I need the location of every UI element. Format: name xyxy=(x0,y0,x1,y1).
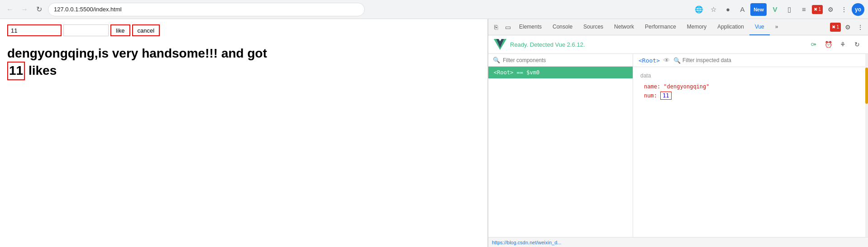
main-text-line1: dengyongqing,is very handsome!!! and got xyxy=(7,46,267,60)
console-error-badge: ✖ 1 xyxy=(830,23,841,32)
tab-application[interactable]: Application xyxy=(712,19,749,35)
prop-num-value-text: 11 xyxy=(663,92,669,99)
devtools-more-button[interactable]: ⋮ xyxy=(854,21,866,33)
translate2-button[interactable]: A xyxy=(736,3,749,16)
browser-chrome: ← → ↻ 127.0.0.1:5500/index.html 🌐 ☆ ● A … xyxy=(0,0,868,19)
prop-num-label: num: xyxy=(644,92,657,99)
scrollbar-thumb xyxy=(865,68,868,104)
browser-actions: 🌐 ☆ ● A New V ▯ ≡ ✖ 1 ⚙ ⋮ yo xyxy=(692,3,864,16)
root-component-item[interactable]: <Root> == $vm0 xyxy=(488,67,633,78)
hidden-input[interactable] xyxy=(63,24,109,36)
tab-more-label: » xyxy=(775,24,778,30)
component-tree: <Root> == $vm0 xyxy=(488,67,633,237)
main-display-text: dengyongqing,is very handsome!!! and got… xyxy=(7,45,480,80)
tab-performance-label: Performance xyxy=(645,24,676,30)
vue-header-actions: ⚩ ⏰ ⚘ ↻ xyxy=(808,39,863,50)
tab-application-label: Application xyxy=(717,24,744,30)
forward-button[interactable]: → xyxy=(18,3,31,16)
vue-performance-button[interactable]: ⚘ xyxy=(837,39,848,50)
filter-data-input[interactable] xyxy=(682,57,860,63)
error-badge: ✖ 1 xyxy=(812,5,823,14)
webpage-pane: like cancel dengyongqing,is very handsom… xyxy=(0,19,488,247)
status-url: https://blog.csdn.net/weixin_d... xyxy=(492,240,561,245)
vue-refresh-button[interactable]: ↻ xyxy=(852,39,863,50)
tab-sources[interactable]: Sources xyxy=(578,19,609,35)
tab-console[interactable]: Console xyxy=(547,19,578,35)
vue-panels: 🔍 <Root> == $vm0 <Root> xyxy=(488,54,868,237)
main-text-line2: likes xyxy=(29,63,57,77)
extension-wrap: New xyxy=(750,3,767,16)
data-prop-num: num: 11 xyxy=(640,91,858,101)
url-text: 127.0.0.1:5500/index.html xyxy=(54,6,122,13)
error-x-icon: ✖ xyxy=(832,24,835,29)
data-content: data name: "dengyongqing" num: 11 xyxy=(633,67,865,237)
components-search-input[interactable] xyxy=(503,57,628,63)
vue-logo-icon xyxy=(494,38,506,51)
settings-button[interactable]: ⚙ xyxy=(825,4,836,15)
tab-sources-label: Sources xyxy=(583,24,603,30)
filter-data-container: 🔍 xyxy=(673,57,860,64)
number-input[interactable] xyxy=(7,24,62,36)
translate-button[interactable]: 🌐 xyxy=(692,3,705,16)
data-panel: <Root> 👁 🔍 data name: "dengyongqin xyxy=(633,54,865,237)
tab-elements[interactable]: Elements xyxy=(514,19,547,35)
like-count-display: 11 xyxy=(7,62,25,80)
cancel-button[interactable]: cancel xyxy=(132,24,160,36)
tab-memory[interactable]: Memory xyxy=(682,19,712,35)
star-button[interactable]: ☆ xyxy=(707,3,720,16)
devtools-tabs: ⎘ ▭ Elements Console Sources Network Per… xyxy=(488,19,868,35)
devtools-settings-button[interactable]: ⚙ xyxy=(842,21,854,33)
reload-button[interactable]: ↻ xyxy=(33,3,45,16)
root-component-label: <Root> == $vm0 xyxy=(494,69,539,76)
vuejs-devtools-button[interactable]: V xyxy=(768,3,781,16)
nav-buttons: ← → ↻ xyxy=(4,3,45,16)
eye-icon[interactable]: 👁 xyxy=(663,57,670,64)
devtools-content: Ready. Detected Vue 2.6.12. ⚩ ⏰ ⚘ ↻ 🔍 xyxy=(488,35,868,237)
tab-console-label: Console xyxy=(553,24,572,30)
prop-name-label: name: xyxy=(644,83,660,90)
components-panel: 🔍 <Root> == $vm0 xyxy=(488,54,633,237)
prop-name-value: "dengyongqing" xyxy=(663,83,709,90)
tab-vue-label: Vue xyxy=(755,24,764,30)
data-section-label: data xyxy=(640,73,858,79)
vue-component-tree-button[interactable]: ⚩ xyxy=(808,39,819,50)
extension-new-button[interactable]: New xyxy=(750,3,767,16)
error-count: 1 xyxy=(818,7,821,12)
tab-network-label: Network xyxy=(614,24,634,30)
chrome-logo-button[interactable]: ● xyxy=(721,3,734,16)
like-button[interactable]: like xyxy=(110,24,130,36)
filter-data-search-icon: 🔍 xyxy=(673,57,681,64)
tab-network[interactable]: Network xyxy=(609,19,639,35)
status-bar: https://blog.csdn.net/weixin_d... xyxy=(488,237,868,247)
components-search-icon: 🔍 xyxy=(493,57,500,63)
tab-memory-label: Memory xyxy=(687,24,706,30)
back-button[interactable]: ← xyxy=(4,3,16,16)
device-toggle-button[interactable]: ▭ xyxy=(502,21,514,33)
vue-header: Ready. Detected Vue 2.6.12. ⚩ ⏰ ⚘ ↻ xyxy=(488,35,868,54)
input-row: like cancel xyxy=(7,24,480,36)
tab-vue[interactable]: Vue xyxy=(749,19,770,35)
root-tag-label: <Root> xyxy=(639,57,660,64)
extensions-manage-button[interactable]: ≡ xyxy=(797,3,810,16)
data-prop-name: name: "dengyongqing" xyxy=(640,82,858,91)
user-avatar[interactable]: yo xyxy=(852,3,864,16)
components-search-bar: 🔍 xyxy=(488,54,633,67)
inspect-element-button[interactable]: ⎘ xyxy=(490,21,502,33)
tab-performance[interactable]: Performance xyxy=(639,19,682,35)
prop-num-value: 11 xyxy=(660,92,671,100)
scrollbar[interactable] xyxy=(865,54,868,237)
address-bar[interactable]: 127.0.0.1:5500/index.html xyxy=(48,3,365,16)
tab-elements-label: Elements xyxy=(519,24,542,30)
more-menu-button[interactable]: ⋮ xyxy=(838,4,850,15)
vue-devtools-panel: Ready. Detected Vue 2.6.12. ⚩ ⏰ ⚘ ↻ 🔍 xyxy=(488,35,868,237)
main-area: like cancel dengyongqing,is very handsom… xyxy=(0,19,868,247)
vue-ready-text: Ready. Detected Vue 2.6.12. xyxy=(510,41,805,48)
vue-timeline-button[interactable]: ⏰ xyxy=(823,39,834,50)
devtools-pane: ⎘ ▭ Elements Console Sources Network Per… xyxy=(488,19,868,247)
devtools-tab-icons: ✖ 1 ⚙ ⋮ xyxy=(830,21,866,33)
tab-more[interactable]: » xyxy=(770,19,784,35)
console-error-count: 1 xyxy=(836,24,839,29)
extensions-button[interactable]: ▯ xyxy=(783,3,796,16)
error-icon: ✖ xyxy=(814,7,817,12)
data-panel-header: <Root> 👁 🔍 xyxy=(633,54,865,67)
